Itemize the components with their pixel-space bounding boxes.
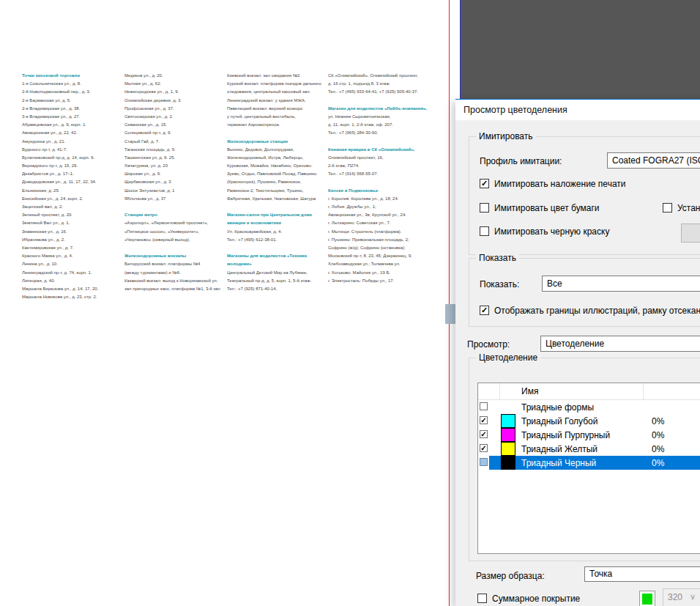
doc-text-line: Медиков ул., д. 20. bbox=[124, 72, 226, 80]
simulate-black-ink-label: Имитировать черную краску bbox=[494, 226, 609, 237]
coverage-color-swatch bbox=[642, 594, 652, 605]
visibility-cell bbox=[478, 442, 489, 456]
doc-text-line: Театральный пр-д, д. 5, корп. 1, 5-й эта… bbox=[227, 277, 328, 285]
doc-text-line: 2-я Бауманская ул, д. 5. bbox=[22, 97, 123, 105]
doc-section-heading: Точки киосковой торговли bbox=[22, 72, 123, 80]
doc-text-line: Маршала Новикова ул., д. 23, стр. 2. bbox=[22, 293, 123, 301]
doc-text-line: г. Хотьково: Майолик ул., 19 Б. bbox=[328, 269, 429, 277]
doc-text-line bbox=[227, 244, 328, 252]
doc-text-line: «Чертаново» (северный выход). bbox=[124, 236, 226, 244]
dialog-title-bar[interactable]: Просмотр цветоделения bbox=[455, 100, 700, 120]
separation-row[interactable]: Триадный Голубой0% bbox=[478, 414, 700, 428]
doc-text-line: терминал Аэроэкспресса. bbox=[227, 121, 328, 129]
doc-text-line bbox=[328, 138, 429, 146]
doc-text-line: Ленина ул., д. 10. bbox=[22, 260, 123, 268]
doc-text-line: 2-я Владимирская ул., д. 38. bbox=[22, 105, 123, 113]
doc-text-line: СК «Олимпийский», Олимпийский проспект, bbox=[328, 72, 429, 80]
visibility-cell bbox=[478, 428, 489, 442]
ink-name: Триадный Черный bbox=[521, 458, 596, 468]
doc-text-line: Щербаковская ул., д. 3 bbox=[124, 178, 226, 186]
doc-text-line: Хлебозаводская ул.; Толмачева ул. bbox=[328, 260, 429, 268]
plate-visibility-checkbox[interactable] bbox=[480, 402, 488, 410]
plate-visibility-checkbox[interactable] bbox=[480, 416, 488, 424]
doc-text-line: Фабричная, Удельная, Чкаловская, Шатура bbox=[227, 195, 328, 203]
doc-text-line bbox=[227, 129, 328, 137]
doc-text-line: Ул. Красноармейская, д. 4. bbox=[227, 228, 328, 236]
header-name-text: Имя bbox=[521, 386, 538, 396]
simulate-overprint-checkbox[interactable] bbox=[480, 179, 489, 188]
doc-text-line: Енисейская ул., д. 24, корп. 2. bbox=[22, 195, 123, 203]
doc-text-line: д. 11, корп. 1, 2-й этаж, оф. 207. bbox=[328, 121, 429, 129]
doc-text-line: Московский пр-т, 8, 23, 45; Дзержинец, 9… bbox=[328, 252, 429, 260]
sample-size-combobox[interactable]: Точка bbox=[584, 566, 700, 582]
header-visibility-column bbox=[478, 383, 500, 399]
ink-name: Триадный Желтый bbox=[521, 444, 597, 454]
doc-text-line: Железнодорожный, Истра, Люберцы, bbox=[227, 154, 328, 162]
show-art-trim-bleed-checkbox[interactable] bbox=[480, 306, 489, 315]
doc-text-line: Шоссе Энтузиастов, д. 1 bbox=[124, 187, 226, 195]
scrollbar-thumb[interactable] bbox=[445, 304, 456, 324]
doc-column-1: Точки киосковой торговли1-я Сокольническ… bbox=[22, 72, 123, 301]
doc-text-line: Ташкентская ул, д. 9. 25. bbox=[124, 154, 226, 162]
doc-text-line: Авиационная ул., д. 22, 42. bbox=[22, 129, 123, 137]
ink-percentage: 0% bbox=[652, 430, 664, 440]
sample-size-value: Точка bbox=[589, 569, 612, 579]
document-page: Точки киосковой торговли1-я Сокольническ… bbox=[0, 0, 460, 606]
doc-section-heading: Магазины для моделистов «Техника bbox=[227, 252, 328, 260]
doc-text-line: 2-й Новоподмосковный пер., д. 3. bbox=[22, 88, 123, 96]
doc-text-line: Маршала Бирюзова ул., д. 14, 17, 20. bbox=[22, 285, 123, 293]
doc-text-line: Святоозерская ул., д. 2. bbox=[124, 113, 226, 121]
doc-text-line: Профсоюзная ул., д. 37. bbox=[124, 105, 226, 113]
plate-visibility-checkbox[interactable] bbox=[480, 430, 488, 438]
plate-visibility-checkbox[interactable] bbox=[480, 458, 488, 466]
doc-text-line: 3-я Владимирская ул., д. 27. bbox=[22, 113, 123, 121]
separation-row-body: Триадные формы bbox=[489, 400, 700, 414]
coverage-color-button[interactable] bbox=[639, 591, 655, 606]
doc-text-line: Яблочкова ул., д. 37 bbox=[124, 195, 226, 203]
simulate-group-label: Имитировать bbox=[476, 131, 536, 141]
separation-row[interactable]: Триадный Желтый0% bbox=[478, 442, 700, 456]
doc-text-line: зал пригородных касс, платформа №1, 3-й … bbox=[124, 285, 226, 293]
preview-mode-combobox[interactable]: Цветоделение bbox=[540, 336, 700, 352]
doc-section-heading: Магазин для моделистов «Лейбъ-компания», bbox=[328, 105, 429, 113]
separation-row[interactable]: Триадный Черный0% bbox=[478, 456, 700, 470]
page-background-color-button[interactable] bbox=[681, 223, 700, 243]
doc-column-2: Медиков ул., д. 20.Мытная ул., д. 62.Ниж… bbox=[124, 72, 226, 293]
simulate-paper-color-checkbox[interactable] bbox=[480, 203, 489, 213]
separation-row-body: Триадный Желтый0% bbox=[489, 442, 700, 456]
total-coverage-checkbox[interactable] bbox=[477, 594, 487, 603]
doc-text-line: Куровская, Можайск, Нахабино, Орехово- bbox=[227, 162, 328, 170]
separations-table: Имя Триадные формыТриадный Голубой0%Триа… bbox=[477, 383, 700, 554]
coverage-threshold-combobox[interactable]: 320 ∨ bbox=[663, 588, 700, 606]
set-page-background-label: Устано bbox=[677, 203, 700, 213]
dialog-title: Просмотр цветоделения bbox=[463, 105, 567, 115]
doc-text-line: Белорусский вокзал: платформы №4 bbox=[124, 260, 226, 268]
doc-text-line: (между турникетами) и №6. bbox=[124, 269, 226, 277]
show-group-label: Показать bbox=[476, 253, 519, 263]
simulate-black-ink-checkbox[interactable] bbox=[480, 226, 489, 236]
doc-text-line: Булатниковский пр-д, д. 14, корп. 6. bbox=[22, 154, 123, 162]
separations-group-label: Цветоделение bbox=[476, 352, 540, 363]
show-combobox[interactable]: Все bbox=[542, 276, 700, 292]
plate-visibility-checkbox[interactable] bbox=[480, 444, 488, 452]
doc-column-4: СК «Олимпийский», Олимпийский проспект,д… bbox=[328, 72, 429, 285]
output-preview-dialog: Просмотр цветоделения Имитировать Профил… bbox=[455, 99, 700, 606]
doc-text-line: Кантемировская ул., д. 7. bbox=[22, 244, 123, 252]
ink-color-swatch bbox=[501, 428, 515, 442]
doc-text-line: г. Лыткарино: Советская ул., 7. bbox=[328, 219, 429, 227]
doc-text-line: Широкая ул., д. 9. bbox=[124, 170, 226, 178]
doc-text-line: Казанский вокзал: выход к Новорязанской … bbox=[124, 277, 226, 285]
doc-text-line bbox=[124, 244, 226, 252]
doc-text-line: «Пятницкое шоссе», «Университет», bbox=[124, 228, 226, 236]
separations-rows: Триадные формыТриадный Голубой0%Триадный… bbox=[478, 400, 700, 470]
simulation-profile-combobox[interactable]: Coated FOGRA27 (ISO 1 bbox=[607, 152, 700, 169]
simulate-paper-color-label: Имитировать цвет бумаги bbox=[494, 203, 600, 213]
doc-text-line: Зуево, Отдых, Павловский Посад, Павшино bbox=[227, 170, 328, 178]
doc-text-line: Земляной Вал ул., д. 1. bbox=[22, 219, 123, 227]
separation-row[interactable]: Триадные формы bbox=[478, 400, 700, 414]
chevron-down-icon: ∨ bbox=[690, 592, 696, 602]
set-page-background-checkbox[interactable] bbox=[663, 203, 672, 213]
doc-text-line bbox=[328, 97, 429, 105]
separation-row[interactable]: Триадный Пурпурный0% bbox=[478, 428, 700, 442]
trim-box-line bbox=[449, 0, 450, 606]
